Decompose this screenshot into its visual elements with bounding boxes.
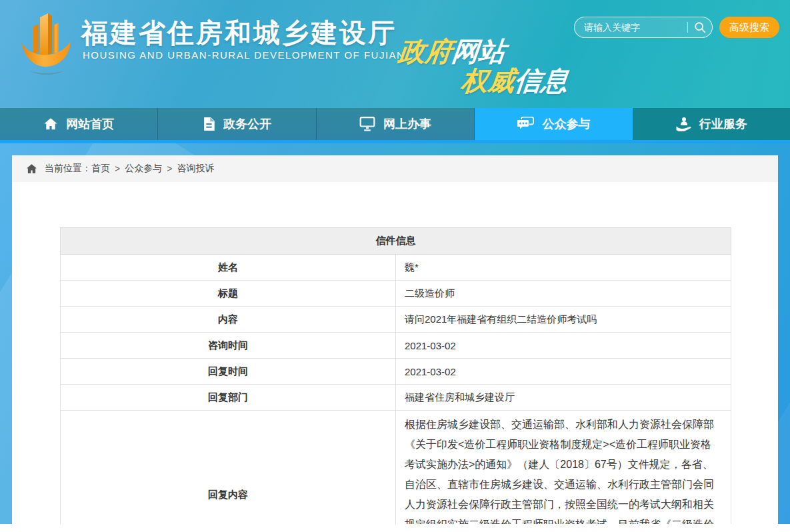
row-value: 2021-03-02 bbox=[396, 359, 731, 385]
slogan-line-2: 权威信息 bbox=[459, 63, 570, 99]
row-label: 回复内容 bbox=[61, 411, 396, 525]
table-row: 回复内容 根据住房城乡建设部、交通运输部、水利部和人力资源社会保障部《关于印发<… bbox=[61, 411, 731, 525]
row-value: 二级造价师 bbox=[396, 281, 731, 307]
row-value: 魏* bbox=[396, 255, 731, 281]
search-icon bbox=[694, 21, 706, 33]
search-area: 高级搜索 bbox=[574, 17, 779, 38]
table-title-row: 信件信息 bbox=[61, 228, 731, 255]
search-box bbox=[574, 17, 713, 38]
breadcrumb-separator: > bbox=[115, 163, 120, 174]
chat-icon bbox=[517, 117, 534, 131]
table-row: 回复时间 2021-03-02 bbox=[61, 359, 731, 385]
row-label: 内容 bbox=[61, 307, 396, 333]
main-nav: 网站首页 政务公开 网上办事 bbox=[0, 108, 790, 140]
breadcrumb-link-public-participation[interactable]: 公众参与 bbox=[125, 163, 162, 175]
table-row: 标题 二级造价师 bbox=[61, 281, 731, 307]
nav-item-label: 公众参与 bbox=[542, 116, 590, 132]
nav-item-online-services[interactable]: 网上办事 bbox=[317, 108, 475, 140]
letter-info-table: 信件信息 姓名 魏* 标题 二级造价师 内容 请问2021年福建省有组织二结造价… bbox=[60, 227, 731, 524]
breadcrumb-link-home[interactable]: 首页 bbox=[91, 163, 110, 175]
nav-item-label: 政务公开 bbox=[223, 116, 271, 132]
page-background: 当前位置： 首页 > 公众参与 > 咨询投诉 信件信息 姓名 魏* 标题 二级造… bbox=[0, 143, 790, 524]
monitor-icon bbox=[359, 117, 375, 131]
service-icon bbox=[675, 117, 691, 131]
row-value: 根据住房城乡建设部、交通运输部、水利部和人力资源社会保障部《关于印发<造价工程师… bbox=[396, 411, 731, 525]
row-label: 姓名 bbox=[61, 255, 396, 281]
site-header: 福建省住房和城乡建设厅 HOUSING AND URBAN-RURAL DEVE… bbox=[0, 0, 790, 108]
search-input[interactable] bbox=[575, 22, 687, 33]
nav-item-industry-services[interactable]: 行业服务 bbox=[633, 108, 790, 140]
table-row: 咨询时间 2021-03-02 bbox=[61, 333, 731, 359]
nav-item-home[interactable]: 网站首页 bbox=[0, 108, 158, 140]
row-label: 回复时间 bbox=[61, 359, 396, 385]
row-label: 标题 bbox=[61, 281, 396, 307]
row-label: 咨询时间 bbox=[61, 333, 396, 359]
nav-item-gov-info[interactable]: 政务公开 bbox=[158, 108, 316, 140]
breadcrumb-link-consultation[interactable]: 咨询投诉 bbox=[177, 163, 214, 175]
nav-item-label: 网上办事 bbox=[383, 116, 431, 132]
row-label: 回复部门 bbox=[61, 385, 396, 411]
logo-icon bbox=[16, 9, 77, 83]
breadcrumb-home-icon bbox=[27, 164, 37, 173]
row-value: 福建省住房和城乡建设厅 bbox=[396, 385, 731, 411]
row-value: 请问2021年福建省有组织二结造价师考试吗 bbox=[396, 307, 731, 333]
document-icon bbox=[203, 117, 215, 131]
site-title-en: HOUSING AND URBAN-RURAL DEVELOPMENT OF F… bbox=[83, 49, 405, 61]
content-panel: 当前位置： 首页 > 公众参与 > 咨询投诉 信件信息 姓名 魏* 标题 二级造… bbox=[12, 155, 778, 524]
row-value: 2021-03-02 bbox=[396, 333, 731, 359]
site-logo[interactable] bbox=[16, 9, 77, 83]
table-row: 姓名 魏* bbox=[61, 255, 731, 281]
nav-item-label: 行业服务 bbox=[699, 116, 747, 132]
home-icon bbox=[43, 117, 58, 131]
site-title: 福建省住房和城乡建设厅 bbox=[81, 15, 397, 51]
table-title: 信件信息 bbox=[61, 228, 731, 255]
table-row: 内容 请问2021年福建省有组织二结造价师考试吗 bbox=[61, 307, 731, 333]
nav-item-public-participation[interactable]: 公众参与 bbox=[475, 108, 632, 140]
breadcrumb-separator: > bbox=[167, 163, 172, 174]
advanced-search-button[interactable]: 高级搜索 bbox=[719, 17, 779, 38]
search-submit-button[interactable] bbox=[688, 21, 712, 33]
table-row: 回复部门 福建省住房和城乡建设厅 bbox=[61, 385, 731, 411]
nav-item-label: 网站首页 bbox=[66, 116, 114, 132]
breadcrumb-prefix: 当前位置： bbox=[45, 163, 91, 175]
breadcrumb: 当前位置： 首页 > 公众参与 > 咨询投诉 bbox=[12, 155, 778, 182]
